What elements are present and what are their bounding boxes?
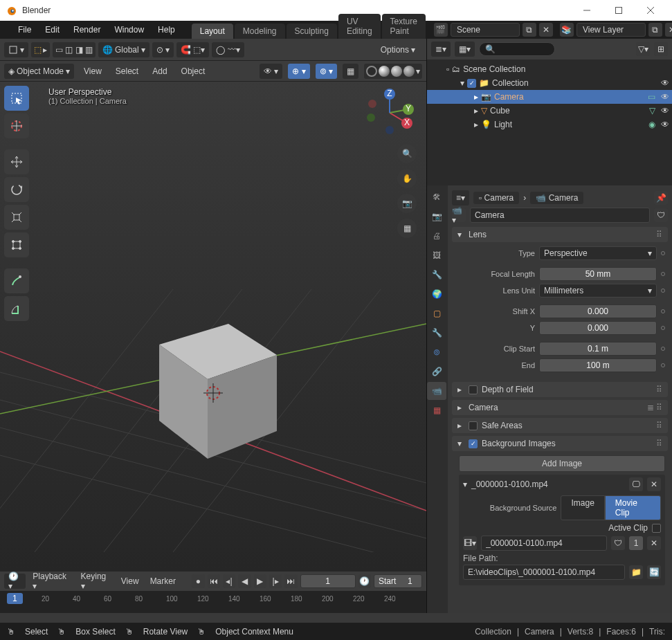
outliner-display-mode[interactable]: ▦▾ (455, 42, 475, 57)
select-mode-group[interactable]: ▭ ◫ ◨ ▥ (53, 42, 96, 57)
object-menu[interactable]: Object (177, 65, 210, 77)
breadcrumb-data[interactable]: 📹 Camera (530, 192, 583, 204)
menu-help[interactable]: Help (151, 21, 182, 39)
jump-next-key[interactable]: |▸ (269, 574, 282, 588)
view-menu[interactable]: View (80, 65, 106, 77)
bg-item-expand[interactable]: ▾ (463, 479, 467, 489)
shift-y-input[interactable]: 0.000 (539, 321, 657, 335)
filepath-browse[interactable]: 📁 (629, 565, 643, 579)
timeline-editor-type[interactable]: 🕐▾ (4, 574, 26, 589)
options-dropdown[interactable]: Options ▾ (374, 44, 422, 56)
lens-type-dropdown[interactable]: Perspective▾ (539, 246, 657, 260)
safe-enable-chk[interactable] (469, 421, 478, 430)
clip-fakeuser[interactable]: 🛡 (611, 536, 625, 550)
outliner-search[interactable] (479, 42, 555, 56)
select-menu[interactable]: Select (111, 65, 143, 77)
shading-options-dropdown[interactable]: ▾ (416, 66, 420, 76)
camera-view-icon[interactable]: 📷 (397, 194, 417, 213)
viewlayer-delete-button[interactable]: ✕ (665, 23, 672, 37)
ptab-constraints[interactable]: 🔗 (427, 363, 446, 381)
zoom-icon[interactable]: 🔍 (397, 144, 417, 163)
tool-select-box[interactable] (4, 86, 29, 111)
editor-type-dropdown[interactable]: ▾ (4, 42, 28, 57)
tool-measure[interactable] (4, 296, 29, 321)
snap-toggle[interactable]: 🧲 ⬚▾ (176, 42, 209, 57)
collection-enable-chk[interactable] (467, 79, 476, 88)
bg-item-remove[interactable]: ✕ (647, 477, 661, 491)
mode-dropdown[interactable]: ◈ Object Mode ▾ (4, 64, 74, 79)
bgimg-enable-chk[interactable] (469, 439, 478, 448)
active-clip-chk[interactable] (652, 524, 661, 533)
xray-toggle[interactable]: ▦ (343, 64, 358, 79)
bg-item-display-toggle[interactable]: 🖵 (629, 477, 643, 491)
camera-name-input[interactable] (470, 208, 650, 223)
eye-icon[interactable]: 👁 (658, 92, 672, 102)
tl-marker[interactable]: Marker (146, 575, 180, 587)
tab-layout[interactable]: Layout (192, 24, 233, 39)
bg-source-image[interactable]: Image (561, 495, 604, 520)
play[interactable]: ▶ (254, 574, 266, 588)
maximize-button[interactable] (603, 0, 635, 21)
gizmo-toggle[interactable]: ⊕ ▾ (288, 64, 309, 79)
nav-gizmo[interactable]: X Y Z (365, 89, 414, 137)
tool-transform[interactable] (4, 232, 29, 257)
menu-file[interactable]: File (11, 21, 38, 39)
eye-icon[interactable]: 👁 (658, 120, 672, 129)
out-item-light[interactable]: ▸💡Light◉👁 (427, 118, 672, 131)
menu-render[interactable]: Render (66, 21, 107, 39)
matprev-shading[interactable] (391, 66, 402, 77)
tab-sculpting[interactable]: Sculpting (287, 24, 337, 39)
breadcrumb-object[interactable]: ▫ Camera (473, 192, 519, 204)
ptab-output[interactable]: 🖨 (427, 227, 446, 245)
tl-keying[interactable]: Keying ▾ (77, 570, 114, 592)
panel-camera-header[interactable]: ▸Camera≣ ⠿ (452, 400, 668, 415)
clip-unlink[interactable]: ✕ (647, 536, 661, 550)
select-tool-icons[interactable]: ⬚▸ (31, 42, 50, 57)
solid-shading[interactable] (379, 66, 390, 77)
ptab-world[interactable]: 🌍 (427, 285, 446, 303)
playhead[interactable]: 1 (7, 593, 23, 604)
ptab-object[interactable]: ▢ (427, 304, 446, 322)
panel-lens-header[interactable]: ▾Lens⠿ (452, 227, 668, 242)
panel-safeareas-header[interactable]: ▸Safe Areas⠿ (452, 418, 668, 433)
clip-users[interactable]: 1 (629, 536, 643, 550)
filepath-input[interactable] (463, 565, 625, 580)
overlay-toggle[interactable]: ⊚ ▾ (316, 64, 337, 79)
tl-playback[interactable]: Playback ▾ (28, 570, 73, 592)
add-image-button[interactable]: Add Image (459, 455, 665, 472)
menu-window[interactable]: Window (107, 21, 151, 39)
ptab-scene[interactable]: 🔧 (427, 266, 446, 284)
clip-browse-button[interactable]: 🎞▾ (463, 536, 477, 550)
menu-edit[interactable]: Edit (38, 21, 66, 39)
pin-icon[interactable]: 📌 (654, 191, 668, 205)
preview-range-toggle[interactable]: 🕐 (358, 574, 371, 588)
jump-prev-key[interactable]: ◂| (223, 574, 235, 588)
tool-cursor[interactable] (4, 113, 29, 138)
scene-new-button[interactable]: ⧉ (523, 23, 536, 37)
pan-icon[interactable]: ✋ (397, 169, 417, 188)
ptab-viewlayer[interactable]: 🖼 (427, 246, 446, 264)
outliner-new-collection[interactable]: ⊞ (654, 42, 668, 56)
autokey-toggle[interactable]: ● (192, 574, 204, 588)
tool-scale[interactable] (4, 205, 29, 230)
ptab-physics[interactable]: ⊚ (427, 343, 446, 361)
lens-unit-dropdown[interactable]: Millimeters▾ (539, 284, 657, 298)
proportional-toggle[interactable]: ◯ 〰▾ (212, 42, 244, 57)
panel-bgimages-header[interactable]: ▾Background Images⠿ (452, 436, 668, 451)
minimize-button[interactable] (571, 0, 603, 21)
tl-view[interactable]: View (117, 575, 143, 587)
out-item-cube[interactable]: ▸▽Cube▽👁 (427, 104, 672, 118)
current-frame-input[interactable]: 1 (300, 574, 356, 588)
outliner-editor-type[interactable]: ≣▾ (431, 42, 451, 57)
jump-start[interactable]: ⏮ (208, 574, 220, 588)
tab-modeling[interactable]: Modeling (235, 24, 285, 39)
close-button[interactable] (635, 0, 666, 21)
tool-rotate[interactable] (4, 177, 29, 202)
out-scene-collection[interactable]: ▫🗂Scene Collection (427, 62, 672, 76)
start-frame-input[interactable]: Start 1 (374, 574, 422, 588)
scene-browse-button[interactable]: 🎬 (434, 23, 448, 37)
viewlayer-new-button[interactable]: ⧉ (648, 23, 662, 37)
clip-start-input[interactable]: 0.1 m (539, 342, 657, 356)
ptab-material[interactable]: ▦ (427, 401, 446, 419)
ptab-render[interactable]: 📷 (427, 208, 446, 226)
